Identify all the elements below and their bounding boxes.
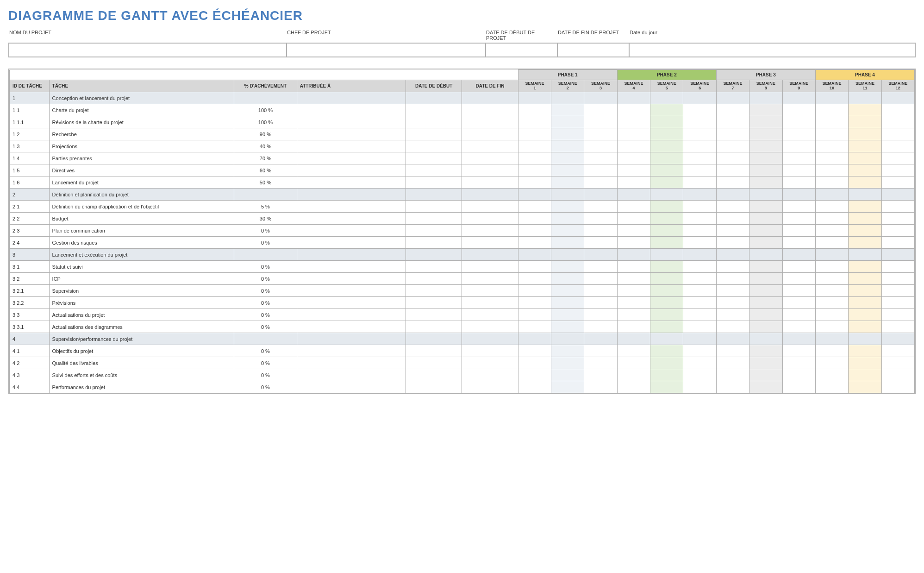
cell-start[interactable] [406,201,462,213]
cell-week-4[interactable] [617,237,650,249]
cell-attr[interactable] [297,369,406,381]
cell-week-6[interactable] [683,273,716,285]
cell-week-11[interactable] [849,381,881,393]
cell-week-7[interactable] [716,104,749,116]
cell-start[interactable] [406,249,462,261]
cell-week-4[interactable] [617,189,650,201]
cell-start[interactable] [406,128,462,140]
cell-week-10[interactable] [815,104,848,116]
cell-week-5[interactable] [650,261,683,273]
cell-week-5[interactable] [650,92,683,104]
cell-end[interactable] [462,237,518,249]
cell-week-7[interactable] [716,128,749,140]
cell-attr[interactable] [297,152,406,164]
cell-week-1[interactable] [518,297,551,309]
cell-week-8[interactable] [749,381,782,393]
cell-attr[interactable] [297,345,406,357]
cell-week-9[interactable] [782,201,815,213]
cell-week-1[interactable] [518,285,551,297]
cell-pct[interactable]: 60 % [234,164,297,176]
cell-start[interactable] [406,333,462,345]
cell-week-8[interactable] [749,92,782,104]
cell-attr[interactable] [297,333,406,345]
cell-start[interactable] [406,189,462,201]
cell-week-9[interactable] [782,333,815,345]
cell-week-9[interactable] [782,128,815,140]
input-today[interactable] [630,44,694,57]
cell-start[interactable] [406,309,462,321]
cell-id[interactable]: 1.6 [10,176,50,189]
cell-week-4[interactable] [617,152,650,164]
cell-week-5[interactable] [650,309,683,321]
cell-pct[interactable]: 0 % [234,381,297,393]
cell-week-2[interactable] [551,333,584,345]
cell-id[interactable]: 1.5 [10,164,50,176]
cell-task[interactable]: Objectifs du projet [49,345,234,357]
cell-week-10[interactable] [815,92,848,104]
cell-week-10[interactable] [815,201,848,213]
cell-id[interactable]: 1 [10,92,50,104]
cell-week-12[interactable] [881,297,914,309]
cell-attr[interactable] [297,381,406,393]
cell-week-9[interactable] [782,213,815,225]
cell-task[interactable]: Parties prenantes [49,152,234,164]
cell-week-1[interactable] [518,369,551,381]
cell-week-1[interactable] [518,357,551,369]
cell-week-12[interactable] [881,237,914,249]
cell-id[interactable]: 3.2.2 [10,297,50,309]
cell-week-5[interactable] [650,116,683,128]
cell-week-12[interactable] [881,345,914,357]
cell-end[interactable] [462,321,518,333]
cell-week-10[interactable] [815,249,848,261]
cell-task[interactable]: Révisions de la charte du projet [49,116,234,128]
cell-week-8[interactable] [749,321,782,333]
cell-week-10[interactable] [815,273,848,285]
cell-task[interactable]: Budget [49,213,234,225]
cell-week-2[interactable] [551,201,584,213]
cell-end[interactable] [462,176,518,189]
cell-attr[interactable] [297,321,406,333]
cell-attr[interactable] [297,104,406,116]
cell-week-4[interactable] [617,164,650,176]
cell-task[interactable]: Supervision [49,285,234,297]
cell-task[interactable]: Lancement et exécution du projet [49,249,234,261]
cell-week-12[interactable] [881,249,914,261]
cell-pct[interactable]: 5 % [234,201,297,213]
cell-attr[interactable] [297,189,406,201]
cell-week-6[interactable] [683,249,716,261]
cell-week-12[interactable] [881,116,914,128]
input-start-date[interactable] [486,44,558,57]
cell-week-7[interactable] [716,297,749,309]
cell-id[interactable]: 3.3 [10,309,50,321]
cell-start[interactable] [406,321,462,333]
cell-end[interactable] [462,92,518,104]
cell-week-12[interactable] [881,92,914,104]
cell-week-1[interactable] [518,152,551,164]
cell-week-8[interactable] [749,213,782,225]
cell-week-8[interactable] [749,152,782,164]
cell-start[interactable] [406,225,462,237]
cell-attr[interactable] [297,176,406,189]
cell-week-1[interactable] [518,249,551,261]
cell-task[interactable]: ICP [49,273,234,285]
cell-week-4[interactable] [617,104,650,116]
cell-week-9[interactable] [782,237,815,249]
cell-week-10[interactable] [815,225,848,237]
cell-pct[interactable]: 0 % [234,345,297,357]
cell-pct[interactable]: 70 % [234,152,297,164]
cell-week-7[interactable] [716,152,749,164]
cell-start[interactable] [406,285,462,297]
cell-end[interactable] [462,104,518,116]
cell-start[interactable] [406,297,462,309]
cell-week-5[interactable] [650,285,683,297]
cell-week-10[interactable] [815,285,848,297]
cell-week-4[interactable] [617,333,650,345]
cell-week-9[interactable] [782,176,815,189]
cell-end[interactable] [462,357,518,369]
cell-week-12[interactable] [881,321,914,333]
cell-week-12[interactable] [881,261,914,273]
cell-week-10[interactable] [815,189,848,201]
cell-week-3[interactable] [584,176,617,189]
cell-pct[interactable] [234,249,297,261]
cell-end[interactable] [462,140,518,152]
